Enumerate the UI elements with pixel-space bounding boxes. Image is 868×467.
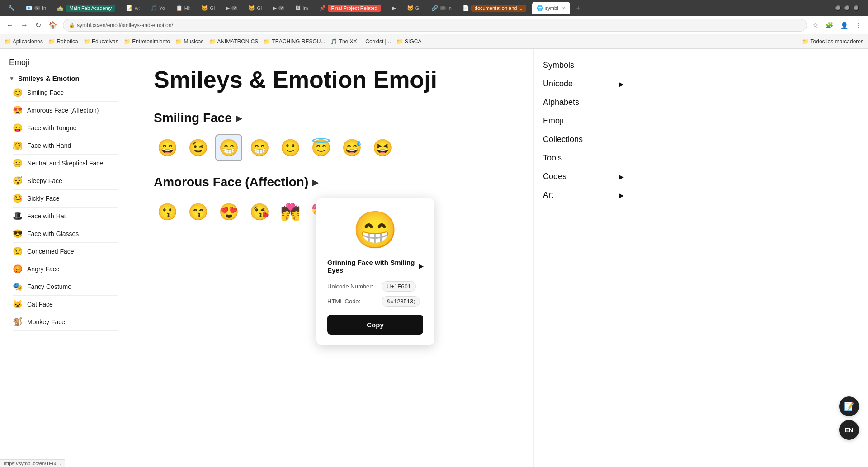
subcategory-smiling-face[interactable]: 😊 Smiling Face bbox=[13, 84, 118, 102]
minimize-button[interactable]: — bbox=[835, 5, 841, 11]
maximize-button[interactable]: □ bbox=[844, 5, 850, 11]
smiling-face-arrow-icon: ▶ bbox=[236, 113, 242, 123]
popup-html-label: HTML Code: bbox=[327, 298, 377, 305]
more-btn[interactable]: ⋮ bbox=[854, 20, 863, 31]
bookmark-all[interactable]: 📁 Todos los marcadores bbox=[802, 38, 863, 45]
emoji-big-smile[interactable]: 😁 bbox=[246, 134, 273, 161]
emoji-winking[interactable]: 😉 bbox=[184, 134, 212, 161]
tab-in2[interactable]: 🔗 2 In bbox=[427, 2, 456, 14]
emoji-kiss2[interactable]: 😙 bbox=[184, 198, 212, 226]
emoji-sweat-smile[interactable]: 😅 bbox=[338, 134, 365, 161]
tab-im[interactable]: 🖼 Im bbox=[291, 2, 312, 14]
popup-name-arrow-icon: ▶ bbox=[419, 263, 423, 269]
profile-btn[interactable]: 👤 bbox=[839, 20, 850, 31]
nav-item-codes[interactable]: Codes ▶ bbox=[543, 169, 624, 184]
secure-icon: 🔒 bbox=[69, 22, 75, 28]
copy-button[interactable]: Copy bbox=[327, 315, 423, 335]
left-sidebar: Emoji ▼ Smileys & Emotion 😊 Smiling Face… bbox=[0, 49, 127, 467]
bookmark-star[interactable]: ☆ bbox=[811, 20, 820, 31]
nav-item-alphabets[interactable]: Alphabets bbox=[543, 95, 624, 110]
subcategory-concerned-face[interactable]: 😟 Concerned Face bbox=[13, 243, 118, 260]
emoji-kiss[interactable]: 😗 bbox=[154, 198, 181, 226]
nav-item-art[interactable]: Art ▶ bbox=[543, 188, 624, 203]
subcategory-fancy-costume[interactable]: 🎭 Fancy Costume bbox=[13, 278, 118, 296]
tab-add-button[interactable]: + bbox=[572, 2, 585, 14]
url-bar[interactable]: 🔒 symbl.cc/en/emoji/smileys-and-emotion/ bbox=[63, 19, 807, 32]
amorous-face-section-header: Amorous Face (Affection) ▶ bbox=[154, 175, 506, 189]
popup-unicode-label: Unicode Number: bbox=[327, 283, 377, 290]
bookmark-entretenimiento[interactable]: 📁 Entretenimiento bbox=[124, 38, 170, 45]
emoji-couplekiss[interactable]: 💏 bbox=[277, 198, 304, 226]
emoji-grinning[interactable]: 😄 bbox=[154, 134, 181, 161]
bookmark-robotica[interactable]: 📁 Robotica bbox=[48, 38, 78, 45]
smileys-category-header[interactable]: ▼ Smileys & Emotion bbox=[9, 73, 118, 84]
subcategory-amorous-face[interactable]: 😍 Amorous Face (Affection) bbox=[13, 102, 118, 119]
subcategory-face-tongue[interactable]: 😛 Face with Tongue bbox=[13, 119, 118, 137]
popup-name: Grinning Face with Smiling Eyes ▶ bbox=[327, 259, 423, 274]
tab-gmail[interactable]: 📧 2 In bbox=[21, 2, 51, 14]
emoji-kissing-heart[interactable]: 😘 bbox=[246, 198, 273, 226]
emoji-heart-eyes[interactable]: 😍 bbox=[215, 198, 242, 226]
url-text: symbl.cc/en/emoji/smileys-and-emotion/ bbox=[77, 22, 173, 28]
extensions-btn[interactable]: 🧩 bbox=[824, 20, 835, 31]
tab-documentation[interactable]: 📄 documentation and ... bbox=[458, 2, 530, 14]
tab-gi3[interactable]: 🐱 Gi bbox=[402, 2, 425, 14]
tab-fab-academy[interactable]: 🏫 Main Fab Academy bbox=[52, 2, 120, 14]
home-button[interactable]: 🏠 bbox=[47, 19, 59, 31]
subcategory-face-glasses[interactable]: 😎 Face with Glasses bbox=[13, 225, 118, 243]
back-button[interactable]: ← bbox=[5, 19, 15, 31]
subcategory-face-hand[interactable]: 🤗 Face with Hand bbox=[13, 137, 118, 155]
nav-item-tools[interactable]: Tools bbox=[543, 151, 624, 165]
popup-unicode-row: Unicode Number: U+1F601 bbox=[327, 281, 423, 292]
forward-button[interactable]: → bbox=[19, 19, 30, 31]
language-floating-button[interactable]: EN bbox=[839, 420, 859, 440]
tab-yt3[interactable]: ▶ bbox=[387, 2, 401, 14]
smileys-subcategory-list: 😊 Smiling Face 😍 Amorous Face (Affection… bbox=[9, 84, 118, 331]
bookmark-teaching[interactable]: 📁 TEACHING RESOU... bbox=[264, 38, 325, 45]
nav-item-unicode[interactable]: Unicode ▶ bbox=[543, 76, 624, 91]
bookmark-musicas[interactable]: 📁 Musicas bbox=[175, 38, 203, 45]
nav-alphabets: Alphabets bbox=[543, 95, 624, 110]
art-arrow-icon: ▶ bbox=[619, 192, 624, 199]
tab-extensions[interactable]: 🔧 bbox=[4, 2, 19, 14]
bookmark-aplicaciones[interactable]: 📁 Aplicaciones bbox=[5, 38, 43, 45]
emoji-smiling-eyes[interactable]: 😁 bbox=[215, 134, 242, 161]
tab-gi1[interactable]: 🐱 Gi bbox=[197, 2, 219, 14]
emoji-xd[interactable]: 😆 bbox=[369, 134, 396, 161]
reload-button[interactable]: ↻ bbox=[33, 19, 43, 31]
browser-chrome: 🔧 📧 2 In 🏫 Main Fab Academy 📝 w: 🎵 Yo 📋 … bbox=[0, 0, 868, 49]
subcategory-monkey-face[interactable]: 🐒 Monkey Face bbox=[13, 313, 118, 331]
nav-item-emoji[interactable]: Emoji bbox=[543, 113, 624, 128]
tab-yo[interactable]: 🎵 Yo bbox=[146, 2, 169, 14]
tab-close-icon[interactable]: ✕ bbox=[562, 6, 566, 11]
nav-item-collections[interactable]: Collections bbox=[543, 132, 624, 147]
close-button[interactable]: ✕ bbox=[854, 5, 859, 11]
nav-item-symbols[interactable]: Symbols bbox=[543, 58, 624, 73]
tab-gi2[interactable]: 🐱 Gi bbox=[244, 2, 266, 14]
tab-bar: 🔧 📧 2 In 🏫 Main Fab Academy 📝 w: 🎵 Yo 📋 … bbox=[0, 0, 868, 16]
bookmark-educativas[interactable]: 📁 Educativas bbox=[84, 38, 118, 45]
subcategory-sickly-face[interactable]: 🤒 Sickly Face bbox=[13, 190, 118, 208]
tab-symbl-active[interactable]: 🌐 symbl ✕ bbox=[532, 2, 570, 14]
subcategory-angry-face[interactable]: 😡 Angry Face bbox=[13, 260, 118, 278]
address-bar: ← → ↻ 🏠 🔒 symbl.cc/en/emoji/smileys-and-… bbox=[0, 16, 868, 34]
tab-hk[interactable]: 📋 Hk bbox=[171, 2, 195, 14]
category-arrow-icon: ▼ bbox=[9, 75, 14, 82]
bookmark-xx[interactable]: 🎵 The XX — Coexist |... bbox=[330, 38, 391, 45]
tab-yt1[interactable]: ▶ 2 bbox=[221, 2, 242, 14]
tab-w[interactable]: 📝 w: bbox=[122, 2, 144, 14]
smiling-face-title: Smiling Face bbox=[154, 111, 232, 125]
subcategory-neutral-face[interactable]: 😐 Neutral and Skeptical Face bbox=[13, 155, 118, 172]
status-url: https://symbl.cc/en/1F601/ bbox=[4, 461, 61, 466]
smiling-face-section-header: Smiling Face ▶ bbox=[154, 111, 506, 125]
subcategory-sleepy-face[interactable]: 😴 Sleepy Face bbox=[13, 172, 118, 190]
tab-final-project[interactable]: 📌 Final Project Related bbox=[315, 2, 386, 14]
emoji-simple-smile[interactable]: 🙂 bbox=[277, 134, 304, 161]
bookmark-sigca[interactable]: 📁 SIGCA bbox=[396, 38, 422, 45]
tab-yt2[interactable]: ▶ 2 bbox=[268, 2, 289, 14]
bookmark-animatronics[interactable]: 📁 ANIMATRONICS bbox=[209, 38, 259, 45]
subcategory-face-hat[interactable]: 🎩 Face with Hat bbox=[13, 208, 118, 225]
emoji-smiling-blush[interactable]: 😇 bbox=[307, 134, 335, 161]
notes-floating-button[interactable]: 📝 bbox=[839, 396, 859, 416]
subcategory-cat-face[interactable]: 🐱 Cat Face bbox=[13, 296, 118, 313]
